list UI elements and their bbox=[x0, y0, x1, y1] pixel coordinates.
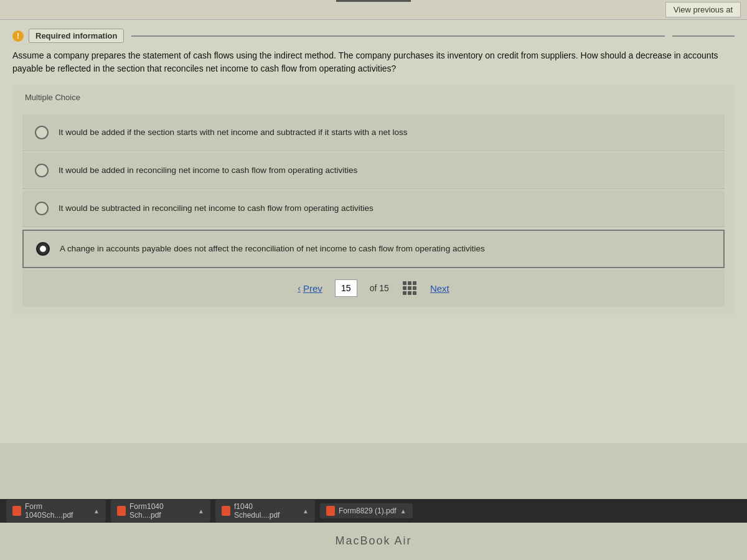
pdf-icon-3 bbox=[222, 506, 230, 516]
taskbar-item-label-4: Form8829 (1).pdf bbox=[339, 506, 397, 515]
options-container: It would be added if the section starts … bbox=[22, 114, 725, 268]
chevron-up-icon-1: ▲ bbox=[93, 508, 100, 515]
taskbar-item-label-1: Form 1040Sch....pdf bbox=[25, 502, 90, 520]
taskbar-item-label-3: f1040 Schedul....pdf bbox=[234, 502, 299, 520]
radio-inner-4 bbox=[40, 246, 46, 252]
option-row-3[interactable]: It would be subtracted in reconciling ne… bbox=[22, 190, 725, 227]
prev-label: Prev bbox=[303, 283, 322, 294]
prev-chevron-icon: ‹ bbox=[298, 283, 301, 293]
option-row-2[interactable]: It would be added in reconciling net inc… bbox=[22, 152, 725, 189]
chevron-up-icon-3: ▲ bbox=[303, 508, 309, 515]
question-text: Assume a company prepares the statement … bbox=[12, 49, 735, 75]
pdf-icon-4 bbox=[326, 506, 335, 516]
exclamation-icon: ! bbox=[12, 30, 24, 42]
taskbar-item-1[interactable]: Form 1040Sch....pdf ▲ bbox=[6, 500, 106, 522]
view-previous-button[interactable]: View previous at bbox=[665, 2, 741, 17]
option-text-3: It would be subtracted in reconciling ne… bbox=[59, 203, 374, 215]
radio-button-3[interactable] bbox=[35, 202, 49, 215]
top-divider bbox=[336, 0, 411, 2]
option-row-1[interactable]: It would be added if the section starts … bbox=[22, 114, 725, 151]
main-content: ! Required information Assume a company … bbox=[0, 20, 747, 443]
header-line-right bbox=[672, 35, 735, 37]
grid-dot bbox=[413, 291, 416, 295]
radio-button-1[interactable] bbox=[35, 126, 49, 139]
grid-dot bbox=[403, 281, 406, 285]
chevron-up-icon-4: ▲ bbox=[400, 508, 406, 515]
taskbar-item-label-2: Form1040 Sch....pdf bbox=[129, 502, 194, 520]
option-text-2: It would be added in reconciling net inc… bbox=[59, 165, 357, 177]
prev-button[interactable]: ‹ Prev bbox=[298, 283, 322, 294]
macbook-label: MacBook Air bbox=[335, 534, 411, 548]
radio-button-4[interactable] bbox=[36, 242, 50, 256]
grid-dot bbox=[403, 291, 406, 295]
navigation-bar: ‹ Prev of 15 Next bbox=[22, 269, 725, 307]
option-text-4: A change in accounts payable does not af… bbox=[60, 243, 485, 255]
question-type-label: Multiple Choice bbox=[22, 93, 725, 102]
taskbar-item-3[interactable]: f1040 Schedul....pdf ▲ bbox=[215, 500, 315, 522]
chevron-up-icon-2: ▲ bbox=[198, 508, 204, 515]
grid-dot bbox=[403, 286, 406, 290]
pdf-icon-1 bbox=[12, 506, 21, 516]
next-button[interactable]: Next bbox=[430, 283, 449, 294]
taskbar-item-2[interactable]: Form1040 Sch....pdf ▲ bbox=[111, 500, 210, 522]
question-box: Multiple Choice It would be added if the… bbox=[12, 85, 735, 314]
of-text: of 15 bbox=[370, 283, 389, 293]
top-bar: View previous at bbox=[0, 0, 747, 20]
required-label: Required information bbox=[29, 29, 124, 43]
option-row-4[interactable]: A change in accounts payable does not af… bbox=[22, 230, 725, 268]
grid-dot bbox=[413, 286, 416, 290]
page-number-input[interactable] bbox=[335, 279, 357, 297]
grid-dot bbox=[408, 281, 411, 285]
option-text-1: It would be added if the section starts … bbox=[59, 127, 408, 139]
radio-button-2[interactable] bbox=[35, 164, 49, 177]
grid-icon[interactable] bbox=[402, 280, 418, 296]
grid-dot bbox=[413, 281, 416, 285]
pdf-icon-2 bbox=[117, 506, 126, 516]
required-info-section: ! Required information bbox=[12, 29, 735, 43]
header-line bbox=[131, 35, 665, 37]
taskbar: Form 1040Sch....pdf ▲ Form1040 Sch....pd… bbox=[0, 499, 747, 523]
grid-dot bbox=[408, 286, 411, 290]
taskbar-item-4[interactable]: Form8829 (1).pdf ▲ bbox=[320, 503, 413, 518]
grid-dot bbox=[408, 291, 411, 295]
